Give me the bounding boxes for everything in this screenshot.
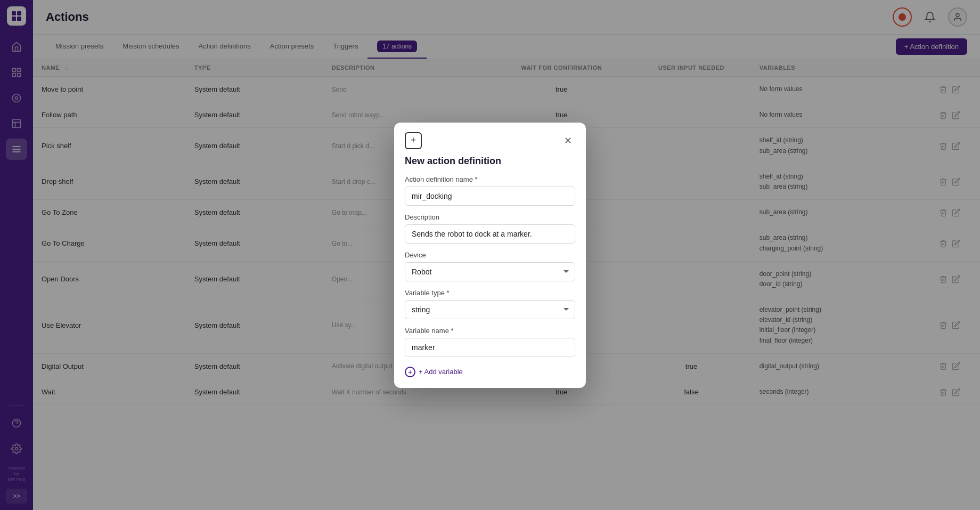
modal-plus-icon: + [405,132,422,149]
modal-close-button[interactable]: ✕ [560,133,575,148]
add-variable-icon: + [405,367,415,377]
label-variable-type: Variable type * [405,289,575,297]
field-action-name: Action definition name * [405,175,575,206]
input-description[interactable] [405,224,575,244]
modal-body: Action definition name * Description Dev… [394,175,586,388]
modal-overlay: + ✕ New action definition Action definit… [0,0,980,510]
field-description: Description [405,213,575,244]
input-action-name[interactable] [405,187,575,206]
modal-title: New action definition [394,156,586,175]
label-variable-name: Variable name * [405,327,575,335]
input-variable-name[interactable] [405,338,575,357]
label-device: Device [405,251,575,259]
label-action-name: Action definition name * [405,175,575,183]
modal-header: + ✕ [394,123,586,156]
label-description: Description [405,213,575,221]
select-device[interactable]: Robot [405,262,575,281]
new-action-definition-modal: + ✕ New action definition Action definit… [394,123,586,388]
add-variable-label: + Add variable [419,368,463,376]
field-variable-name: Variable name * [405,327,575,357]
field-variable-type: Variable type * string integer boolean [405,289,575,319]
field-device: Device Robot [405,251,575,281]
select-variable-type[interactable]: string integer boolean [405,300,575,319]
add-variable-button[interactable]: + + Add variable [405,365,575,377]
